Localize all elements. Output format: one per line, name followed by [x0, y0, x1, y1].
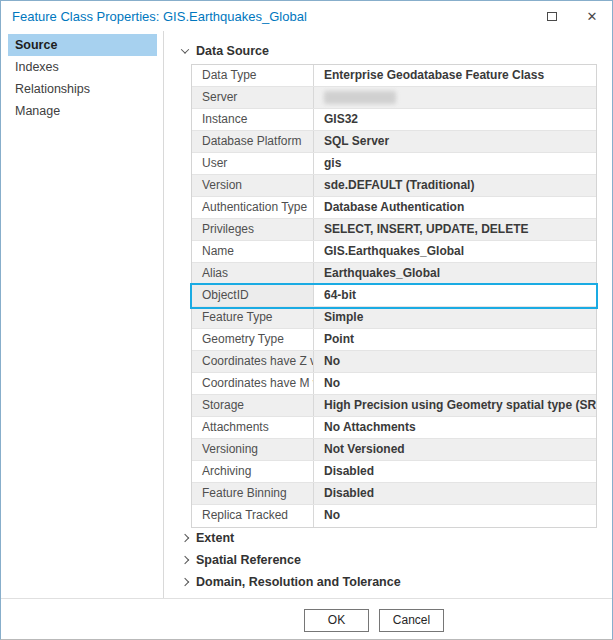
row-label: Database Platform [192, 131, 314, 152]
table-row[interactable]: Replica TrackedNo [192, 505, 596, 527]
row-label: Authentication Type [192, 197, 314, 218]
row-value: Database Authentication [314, 197, 596, 218]
row-label: Geometry Type [192, 329, 314, 350]
table-row[interactable]: Coordinates have M valueNo [192, 373, 596, 395]
row-label: Archiving [192, 461, 314, 482]
section-spatial-reference[interactable]: Spatial Reference [182, 550, 301, 570]
section-label: Data Source [196, 44, 269, 58]
row-label: Feature Type [192, 307, 314, 328]
main-content: Data Source Data TypeEnterprise Geodatab… [165, 31, 612, 598]
redacted-value [324, 91, 396, 104]
section-label: Domain, Resolution and Tolerance [196, 575, 401, 589]
chevron-right-icon [181, 534, 189, 542]
maximize-button[interactable] [532, 1, 572, 31]
chevron-right-icon [181, 556, 189, 564]
table-row[interactable]: Usergis [192, 153, 596, 175]
row-value: No [314, 373, 596, 394]
table-row[interactable]: ObjectID64-bit [192, 285, 596, 307]
sidebar: SourceIndexesRelationshipsManage [1, 31, 164, 598]
row-label: Coordinates have Z value [192, 351, 314, 372]
row-label: Data Type [192, 65, 314, 86]
section-data-source[interactable]: Data Source [182, 41, 269, 61]
sidebar-item-source[interactable]: Source [8, 34, 157, 56]
row-label: Attachments [192, 417, 314, 438]
table-row[interactable]: Feature TypeSimple [192, 307, 596, 329]
table-row[interactable]: AliasEarthquakes_Global [192, 263, 596, 285]
close-icon: ✕ [587, 10, 598, 23]
row-label: Coordinates have M value [192, 373, 314, 394]
cancel-button[interactable]: Cancel [379, 609, 444, 632]
row-label: Server [192, 87, 314, 108]
sidebar-item-manage[interactable]: Manage [8, 100, 157, 122]
table-row[interactable]: VersioningNot Versioned [192, 439, 596, 461]
row-value: Not Versioned [314, 439, 596, 460]
table-row[interactable]: AttachmentsNo Attachments [192, 417, 596, 439]
table-row[interactable]: Data TypeEnterprise Geodatabase Feature … [192, 65, 596, 87]
table-row[interactable]: ArchivingDisabled [192, 461, 596, 483]
row-value: Disabled [314, 483, 596, 504]
row-label: Privileges [192, 219, 314, 240]
row-label: Version [192, 175, 314, 196]
chevron-down-icon [181, 45, 189, 53]
sidebar-item-indexes[interactable]: Indexes [8, 56, 157, 78]
section-label: Spatial Reference [196, 553, 301, 567]
row-label: Instance [192, 109, 314, 130]
table-row[interactable]: Versionsde.DEFAULT (Traditional) [192, 175, 596, 197]
table-row[interactable]: Database PlatformSQL Server [192, 131, 596, 153]
dialog-title: Feature Class Properties: GIS.Earthquake… [1, 9, 307, 24]
footer: OK Cancel [1, 598, 612, 639]
row-label: Alias [192, 263, 314, 284]
chevron-right-icon [181, 578, 189, 586]
row-label: Name [192, 241, 314, 262]
ok-button[interactable]: OK [304, 609, 369, 632]
row-value: 64-bit [314, 285, 596, 306]
row-value: GIS32 [314, 109, 596, 130]
row-label: Replica Tracked [192, 505, 314, 527]
row-label: Versioning [192, 439, 314, 460]
row-label: ObjectID [192, 285, 314, 306]
row-value: Enterprise Geodatabase Feature Class [314, 65, 596, 86]
row-label: User [192, 153, 314, 174]
title-bar: Feature Class Properties: GIS.Earthquake… [1, 1, 612, 31]
row-value: Point [314, 329, 596, 350]
section-domain-resolution-and-tolerance[interactable]: Domain, Resolution and Tolerance [182, 572, 401, 592]
row-value: Simple [314, 307, 596, 328]
maximize-icon [547, 12, 557, 21]
table-row[interactable]: Feature BinningDisabled [192, 483, 596, 505]
row-label: Storage [192, 395, 314, 416]
window-controls: ✕ [532, 1, 612, 31]
table-row[interactable]: Authentication TypeDatabase Authenticati… [192, 197, 596, 219]
row-value: GIS.Earthquakes_Global [314, 241, 596, 262]
section-label: Extent [196, 531, 234, 545]
row-value: gis [314, 153, 596, 174]
row-value: High Precision using Geometry spatial ty… [314, 395, 596, 416]
table-row[interactable]: Coordinates have Z valueNo [192, 351, 596, 373]
section-extent[interactable]: Extent [182, 528, 234, 548]
table-row[interactable]: StorageHigh Precision using Geometry spa… [192, 395, 596, 417]
table-row[interactable]: Geometry TypePoint [192, 329, 596, 351]
table-row[interactable]: InstanceGIS32 [192, 109, 596, 131]
close-button[interactable]: ✕ [572, 1, 612, 31]
row-value: No [314, 351, 596, 372]
sidebar-item-relationships[interactable]: Relationships [8, 78, 157, 100]
row-value: SQL Server [314, 131, 596, 152]
row-value: SELECT, INSERT, UPDATE, DELETE [314, 219, 596, 240]
feature-class-properties-dialog: Feature Class Properties: GIS.Earthquake… [0, 0, 613, 640]
row-value: Earthquakes_Global [314, 263, 596, 284]
data-source-table: Data TypeEnterprise Geodatabase Feature … [191, 64, 597, 528]
table-row[interactable]: Server [192, 87, 596, 109]
row-value: sde.DEFAULT (Traditional) [314, 175, 596, 196]
row-value [314, 87, 596, 108]
row-value: No Attachments [314, 417, 596, 438]
table-row[interactable]: PrivilegesSELECT, INSERT, UPDATE, DELETE [192, 219, 596, 241]
row-label: Feature Binning [192, 483, 314, 504]
row-value: No [314, 505, 596, 527]
table-row[interactable]: NameGIS.Earthquakes_Global [192, 241, 596, 263]
row-value: Disabled [314, 461, 596, 482]
